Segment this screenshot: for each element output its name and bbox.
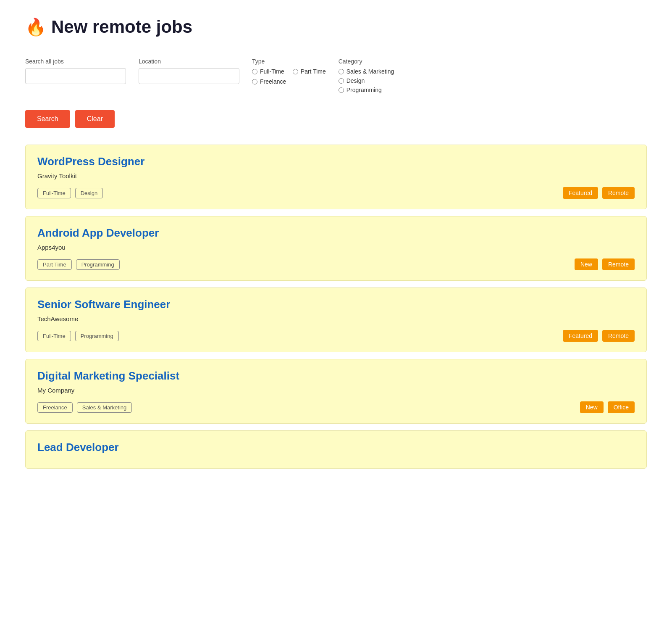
job-title: Android App Developer bbox=[37, 227, 635, 240]
location-label: Location bbox=[139, 58, 239, 65]
job-card[interactable]: Android App Developer Apps4you Part Time… bbox=[25, 216, 647, 281]
job-badge-office: Office bbox=[608, 401, 635, 413]
job-title: Digital Marketing Specialist bbox=[37, 369, 635, 382]
job-tag: Full-Time bbox=[37, 188, 71, 198]
job-card[interactable]: WordPress Designer Gravity Toolkit Full-… bbox=[25, 145, 647, 209]
category-group: Category Sales & Marketing Design Progra… bbox=[339, 58, 394, 93]
category-label: Category bbox=[339, 58, 394, 65]
job-badge-remote: Remote bbox=[602, 258, 635, 270]
job-badge-featured: Featured bbox=[563, 330, 598, 342]
job-company: Apps4you bbox=[37, 244, 635, 251]
category-label-sales: Sales & Marketing bbox=[346, 68, 394, 75]
job-company: Gravity Toolkit bbox=[37, 172, 635, 179]
category-radio-programming[interactable] bbox=[339, 87, 344, 93]
type-group: Type Full-Time Part Time Freelance bbox=[252, 58, 326, 85]
page-header: 🔥 New remote jobs bbox=[25, 17, 647, 37]
category-label-design: Design bbox=[346, 77, 365, 84]
job-tag: Sales & Marketing bbox=[77, 402, 132, 413]
category-label-programming: Programming bbox=[346, 87, 382, 93]
job-title: Senior Software Engineer bbox=[37, 298, 635, 311]
type-option-freelance[interactable]: Freelance bbox=[252, 78, 286, 85]
category-option-programming[interactable]: Programming bbox=[339, 87, 394, 93]
job-tags: Part TimeProgramming bbox=[37, 259, 120, 270]
category-options-list: Sales & Marketing Design Programming bbox=[339, 68, 394, 93]
job-footer: Part TimeProgramming NewRemote bbox=[37, 258, 635, 270]
job-card[interactable]: Lead Developer bbox=[25, 430, 647, 469]
type-radio-parttime[interactable] bbox=[293, 69, 298, 74]
job-footer: Full-TimeProgramming FeaturedRemote bbox=[37, 330, 635, 342]
category-radio-sales[interactable] bbox=[339, 69, 344, 74]
type-radio-freelance[interactable] bbox=[252, 79, 257, 84]
search-all-jobs-label: Search all jobs bbox=[25, 58, 126, 65]
job-card[interactable]: Digital Marketing Specialist My Company … bbox=[25, 359, 647, 424]
location-group: Location bbox=[139, 58, 239, 84]
type-option-parttime[interactable]: Part Time bbox=[293, 68, 326, 75]
button-row: Search Clear bbox=[25, 110, 647, 128]
job-badges: FeaturedRemote bbox=[563, 187, 635, 199]
job-card[interactable]: Senior Software Engineer TechAwesome Ful… bbox=[25, 287, 647, 352]
job-title: Lead Developer bbox=[37, 441, 635, 454]
flame-icon: 🔥 bbox=[25, 17, 46, 37]
job-badges: NewOffice bbox=[580, 401, 635, 413]
jobs-list: WordPress Designer Gravity Toolkit Full-… bbox=[25, 145, 647, 469]
search-all-jobs-input[interactable] bbox=[25, 68, 126, 84]
job-badge-new: New bbox=[575, 258, 598, 270]
job-badge-remote: Remote bbox=[602, 330, 635, 342]
location-input[interactable] bbox=[139, 68, 239, 84]
job-badges: FeaturedRemote bbox=[563, 330, 635, 342]
job-tag: Programming bbox=[76, 259, 120, 270]
job-tags: Full-TimeDesign bbox=[37, 188, 103, 198]
job-footer: FreelanceSales & Marketing NewOffice bbox=[37, 401, 635, 413]
type-options-row: Full-Time Part Time bbox=[252, 68, 326, 75]
category-option-sales[interactable]: Sales & Marketing bbox=[339, 68, 394, 75]
type-radio-fulltime[interactable] bbox=[252, 69, 257, 74]
search-all-jobs-group: Search all jobs bbox=[25, 58, 126, 84]
job-tag: Freelance bbox=[37, 402, 73, 413]
job-badges: NewRemote bbox=[575, 258, 635, 270]
search-button[interactable]: Search bbox=[25, 110, 70, 128]
type-label-fulltime: Full-Time bbox=[260, 68, 284, 75]
job-company: TechAwesome bbox=[37, 315, 635, 322]
search-section: Search all jobs Location Type Full-Time … bbox=[25, 58, 647, 93]
category-radio-design[interactable] bbox=[339, 78, 344, 84]
type-option-fulltime[interactable]: Full-Time bbox=[252, 68, 284, 75]
job-tag: Design bbox=[75, 188, 103, 198]
job-footer: Full-TimeDesign FeaturedRemote bbox=[37, 187, 635, 199]
job-tag: Full-Time bbox=[37, 331, 71, 341]
job-badge-new: New bbox=[580, 401, 604, 413]
job-tag: Programming bbox=[75, 331, 119, 341]
job-badge-featured: Featured bbox=[563, 187, 598, 199]
page-title: New remote jobs bbox=[51, 17, 192, 37]
category-option-design[interactable]: Design bbox=[339, 77, 394, 84]
type-label-freelance: Freelance bbox=[260, 78, 286, 85]
job-tag: Part Time bbox=[37, 259, 72, 270]
job-badge-remote: Remote bbox=[602, 187, 635, 199]
job-tags: FreelanceSales & Marketing bbox=[37, 402, 132, 413]
job-tags: Full-TimeProgramming bbox=[37, 331, 119, 341]
job-title: WordPress Designer bbox=[37, 155, 635, 168]
type-options-row2: Freelance bbox=[252, 78, 326, 85]
type-label-parttime: Part Time bbox=[301, 68, 326, 75]
clear-button[interactable]: Clear bbox=[75, 110, 115, 128]
type-label: Type bbox=[252, 58, 326, 65]
job-company: My Company bbox=[37, 387, 635, 394]
